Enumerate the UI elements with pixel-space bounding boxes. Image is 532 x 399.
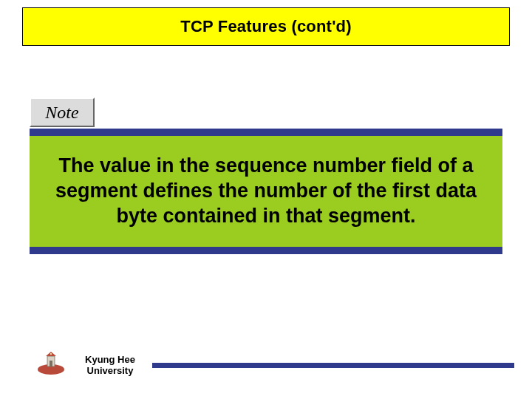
footer-institution: Kyung Hee University [77,354,143,377]
university-logo-icon [35,350,66,375]
title-banner: TCP Features (cont'd) [22,7,510,46]
accent-bar-bottom [30,247,502,254]
slide-title: TCP Features (cont'd) [180,17,352,36]
svg-point-4 [50,353,52,355]
note-label-box: Note [30,98,95,127]
footer-line1: Kyung Hee [85,354,135,365]
content-text: The value in the sequence number field o… [37,154,495,228]
svg-rect-3 [50,361,52,366]
content-box: The value in the sequence number field o… [30,136,502,247]
note-label-text: Note [45,103,78,123]
accent-bar-top [30,129,502,136]
footer-line2: University [87,365,134,376]
footer-accent-bar [152,363,514,368]
